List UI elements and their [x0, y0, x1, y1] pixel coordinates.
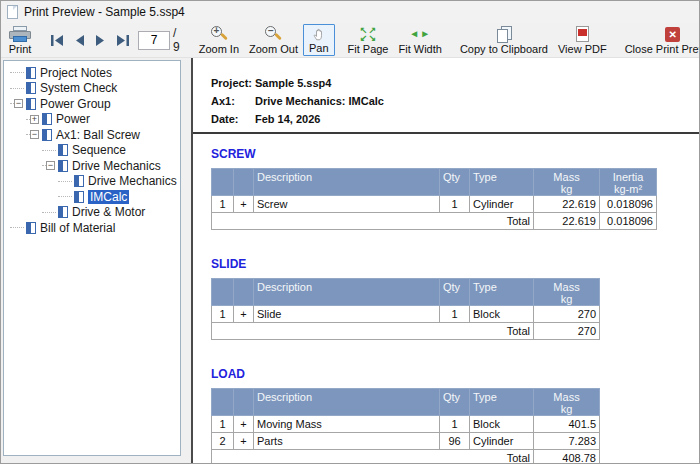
- page-number-input[interactable]: [138, 31, 170, 50]
- project-meta-row: Project:Sample 5.ssp4: [211, 74, 699, 92]
- project-value: Sample 5.ssp4: [255, 77, 331, 89]
- table-cell: +: [234, 196, 254, 213]
- table-cell: Screw: [254, 196, 440, 213]
- tree-item-label: Bill of Material: [40, 221, 115, 235]
- minus-expander-icon[interactable]: −: [30, 130, 39, 139]
- column-header: [234, 279, 254, 306]
- copy-label: Copy to Clipboard: [460, 43, 548, 55]
- tree-item-drive-motor[interactable]: Drive & Motor: [4, 205, 180, 221]
- tree-connector: [42, 150, 56, 151]
- copy-to-clipboard-button[interactable]: Copy to Clipboard: [455, 24, 553, 56]
- fit-width-icon: ◄►: [409, 26, 431, 42]
- tree-connector: [42, 212, 56, 213]
- table-cell: 22.619: [534, 196, 600, 213]
- preview-page[interactable]: Project:Sample 5.ssp4 Ax1:Drive Mechanic…: [191, 58, 699, 463]
- table-cell: +: [234, 433, 254, 450]
- date-meta-row: Date:Feb 14, 2026: [211, 110, 699, 128]
- table-cell: 1: [212, 306, 234, 323]
- section-title: LOAD: [211, 367, 699, 381]
- tree-connector: [10, 72, 24, 73]
- plus-expander-icon[interactable]: +: [30, 115, 39, 124]
- pdf-icon: [576, 26, 589, 42]
- next-page-icon: [94, 34, 107, 47]
- zoom-in-button[interactable]: + Zoom In: [194, 24, 244, 56]
- date-label: Date:: [211, 110, 255, 128]
- tree-connector: [10, 227, 24, 228]
- print-button[interactable]: Print: [3, 24, 37, 56]
- last-page-button[interactable]: [111, 24, 135, 56]
- tree-item-power-group[interactable]: −Power Group: [4, 96, 180, 112]
- table-cell: Block: [470, 416, 534, 433]
- document-icon: [42, 129, 52, 141]
- tree-item-drive-mechanics[interactable]: Drive Mechanics: [4, 174, 180, 190]
- fit-page-icon: ↖↗ ↙↘: [359, 26, 377, 42]
- tree-item-ax1-ball-screw[interactable]: −Ax1: Ball Screw: [4, 127, 180, 143]
- table-cell: Moving Mass: [254, 416, 440, 433]
- first-page-icon: [49, 34, 65, 47]
- pan-hand-icon: [311, 27, 327, 41]
- table-cell: 7.283: [534, 433, 600, 450]
- tree-item-power[interactable]: +Power: [4, 112, 180, 128]
- section-screw: SCREWDescriptionQtyTypeMasskgInertiakg-m…: [211, 147, 699, 230]
- tree-item-drive-mechanics[interactable]: −Drive Mechanics: [4, 158, 180, 174]
- zoom-in-icon: +: [210, 26, 228, 42]
- axis-label: Ax1:: [211, 92, 255, 110]
- tree-item-label: Drive & Motor: [72, 205, 145, 219]
- tree-item-system-check[interactable]: System Check: [4, 81, 180, 97]
- previous-page-button[interactable]: [69, 24, 90, 56]
- zoom-out-button[interactable]: − Zoom Out: [244, 24, 303, 56]
- tree-item-label: Drive Mechanics: [88, 174, 177, 188]
- project-label: Project:: [211, 74, 255, 92]
- window-title: Print Preview - Sample 5.ssp4: [24, 5, 185, 19]
- total-label-cell: Total: [212, 323, 534, 340]
- pan-button[interactable]: Pan: [303, 24, 335, 56]
- column-header: [212, 279, 234, 306]
- tree-item-label: IMCalc: [88, 190, 129, 204]
- tree-connector: [58, 181, 72, 182]
- tree-item-imcalc[interactable]: IMCalc: [4, 189, 180, 205]
- column-header: [212, 169, 234, 196]
- axis-value: Drive Mechanics: IMCalc: [255, 95, 384, 107]
- fit-width-button[interactable]: ◄► Fit Width: [393, 24, 446, 56]
- print-preview-window: Print Preview - Sample 5.ssp4 Print / 9 …: [0, 0, 700, 464]
- document-icon: [26, 82, 36, 94]
- table-cell: +: [234, 306, 254, 323]
- tree-item-project-notes[interactable]: Project Notes: [4, 65, 180, 81]
- total-mass-cell: 270: [534, 323, 600, 340]
- document-icon: [74, 175, 84, 187]
- minus-expander-icon[interactable]: −: [14, 99, 23, 108]
- column-header: Masskg: [534, 169, 600, 196]
- minus-expander-icon[interactable]: −: [46, 161, 55, 170]
- document-icon: [7, 5, 18, 19]
- column-header: [234, 389, 254, 416]
- header-rule: [193, 132, 699, 134]
- tree-item-bill-of-material[interactable]: Bill of Material: [4, 220, 180, 236]
- zoom-out-icon: −: [264, 26, 282, 42]
- document-icon: [26, 222, 36, 234]
- table-cell: Slide: [254, 306, 440, 323]
- close-print-preview-button[interactable]: ✕ Close Print Preview: [620, 24, 700, 56]
- report-table-slide: DescriptionQtyTypeMasskg1+Slide1Block270…: [211, 278, 600, 340]
- fit-page-label: Fit Page: [348, 43, 389, 55]
- title-bar: Print Preview - Sample 5.ssp4: [1, 1, 699, 23]
- column-header: Type: [470, 279, 534, 306]
- tree-panel: Project NotesSystem Check−Power Group+Po…: [1, 58, 191, 463]
- total-label-cell: Total: [212, 213, 534, 230]
- next-page-button[interactable]: [90, 24, 111, 56]
- report-table-load: DescriptionQtyTypeMasskg1+Moving Mass1Bl…: [211, 388, 600, 463]
- fit-page-button[interactable]: ↖↗ ↙↘ Fit Page: [343, 24, 394, 56]
- document-icon: [58, 160, 68, 172]
- view-pdf-button[interactable]: View PDF: [553, 24, 612, 56]
- column-header: Type: [470, 389, 534, 416]
- fit-width-label: Fit Width: [398, 43, 441, 55]
- tree-connector: [58, 196, 72, 197]
- pan-label: Pan: [309, 42, 329, 54]
- tree-item-label: Sequence: [72, 143, 126, 157]
- table-cell: Cylinder: [470, 196, 534, 213]
- first-page-button[interactable]: [45, 24, 69, 56]
- table-row: 1+Moving Mass1Block401.5: [212, 416, 600, 433]
- table-cell: 270: [534, 306, 600, 323]
- total-label-cell: Total: [212, 450, 534, 464]
- total-row: Total270: [212, 323, 600, 340]
- tree-item-sequence[interactable]: Sequence: [4, 143, 180, 159]
